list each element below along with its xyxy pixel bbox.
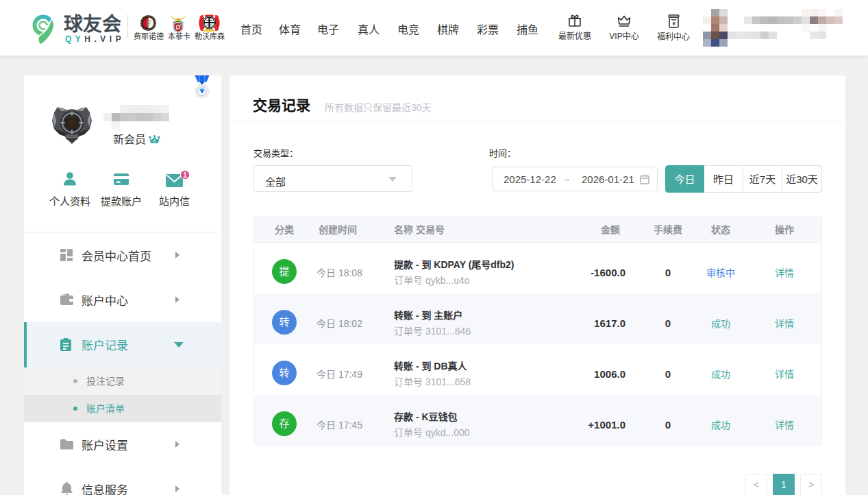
svg-text:F: F: [146, 19, 151, 28]
svg-text:¥: ¥: [672, 21, 675, 27]
